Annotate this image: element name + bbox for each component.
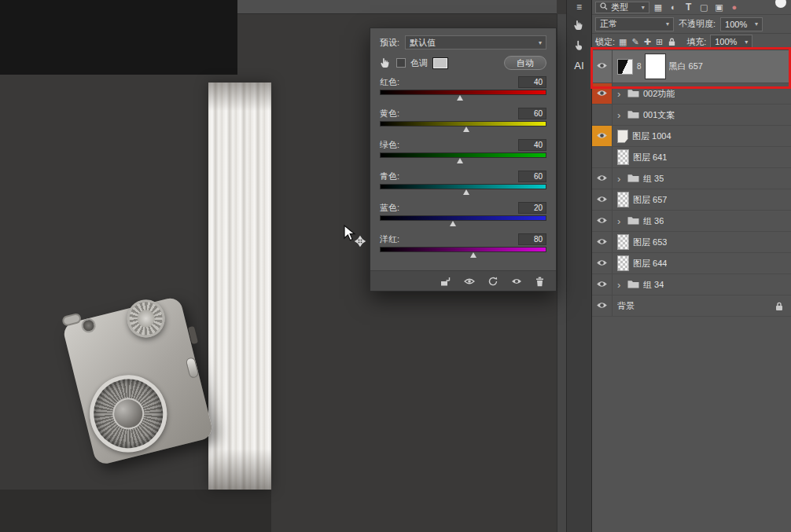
visibility-toggle[interactable]: [592, 211, 613, 231]
canvas-dark-region: [0, 0, 237, 75]
slider-gradient-bar: [380, 215, 546, 221]
clip-to-layer-icon[interactable]: [440, 275, 451, 287]
slider-label: 洋红:: [380, 233, 399, 245]
lock-transparency-icon[interactable]: ▦: [619, 37, 627, 47]
layer-row[interactable]: › 8 黑白 657: [592, 50, 791, 83]
filter-type-select[interactable]: 类型 ▾: [595, 2, 649, 13]
visibility-toggle[interactable]: [592, 147, 613, 167]
layer-row[interactable]: › 8 001文案: [592, 105, 791, 126]
layer-row[interactable]: › 8 002功能: [592, 83, 791, 105]
ai-panel-icon[interactable]: Al: [567, 55, 591, 75]
layer-row[interactable]: › 8 图层 653: [592, 232, 791, 253]
color-slider: 青色: 60: [380, 171, 546, 195]
layer-mask-thumbnail[interactable]: [646, 54, 665, 79]
adjustment-layer-thumbnail[interactable]: [617, 59, 633, 75]
adjustment-layer-filter-icon[interactable]: ◐: [667, 2, 679, 13]
visibility-toggle[interactable]: [592, 274, 613, 295]
view-previous-state-icon[interactable]: [463, 277, 476, 286]
layer-row[interactable]: › 8 组 36: [592, 211, 791, 232]
visibility-toggle[interactable]: [592, 83, 613, 104]
hand-tool-icon[interactable]: [567, 14, 591, 35]
layer-name: 001文案: [643, 109, 675, 121]
visibility-toggle[interactable]: [592, 232, 613, 252]
layer-row[interactable]: › 8 组 35: [592, 168, 791, 189]
group-expand-chevron[interactable]: ›: [617, 279, 624, 291]
dock-collapse-icon[interactable]: ≡: [567, 0, 591, 14]
layer-row[interactable]: › 8 图层 641: [592, 147, 791, 168]
layer-row[interactable]: › 8 图层 657: [592, 189, 791, 211]
black-white-adjustment-dialog: 预设: 默认值 ▾ 色调 自动 红色: 40 黄色: 60: [370, 28, 557, 292]
slider-handle[interactable]: [450, 221, 456, 226]
visibility-toggle[interactable]: [592, 50, 613, 83]
slider-value-input[interactable]: 80: [518, 233, 546, 245]
slider-handle[interactable]: [470, 252, 476, 258]
layer-thumbnail[interactable]: [617, 255, 629, 271]
reset-adjustment-icon[interactable]: [487, 276, 499, 287]
color-slider: 蓝色: 20: [380, 202, 546, 226]
layer-name: 组 36: [643, 215, 664, 227]
opacity-input[interactable]: 100% ▾: [720, 17, 763, 31]
group-expand-chevron[interactable]: ›: [617, 109, 624, 121]
chevron-down-icon: ▾: [666, 20, 669, 28]
lock-artboard-icon[interactable]: ⊞: [656, 37, 663, 47]
blend-mode-select[interactable]: 正常 ▾: [595, 17, 674, 31]
delete-adjustment-icon[interactable]: [535, 276, 545, 287]
layer-row[interactable]: › 8 图层 644: [592, 253, 791, 274]
folder-icon: [627, 110, 639, 120]
preset-select[interactable]: 默认值 ▾: [405, 35, 546, 50]
shape-layer-filter-icon[interactable]: ▢: [697, 2, 710, 13]
slider-gradient-bar: [380, 152, 546, 158]
scrubby-hand-icon[interactable]: [380, 57, 392, 70]
visibility-toggle[interactable]: [592, 295, 613, 316]
visibility-toggle[interactable]: [592, 253, 613, 273]
layer-thumbnail[interactable]: [617, 234, 629, 250]
layer-row[interactable]: › 8 组 34: [592, 274, 791, 295]
pixel-layer-filter-icon[interactable]: ▦: [652, 2, 664, 13]
camera-product-image[interactable]: [55, 285, 223, 474]
visibility-toggle[interactable]: [592, 105, 613, 125]
layer-thumbnail[interactable]: [617, 192, 629, 207]
document-top-bar: [237, 0, 557, 14]
smart-object-thumbnail[interactable]: [617, 130, 628, 143]
toggle-visibility-icon[interactable]: [510, 277, 523, 286]
visibility-toggle[interactable]: [592, 189, 613, 210]
bw-sliders: 红色: 40 黄色: 60 绿色: 40 青色: 60: [370, 76, 556, 258]
tint-color-swatch[interactable]: [432, 57, 448, 69]
folder-icon: [627, 280, 639, 290]
slider-label: 黄色:: [380, 108, 399, 119]
slider-handle[interactable]: [463, 189, 469, 195]
lock-all-icon[interactable]: [668, 37, 676, 46]
fill-input[interactable]: 100% ▾: [710, 35, 752, 49]
visibility-toggle[interactable]: [592, 126, 613, 146]
slider-value-input[interactable]: 40: [518, 139, 546, 151]
group-expand-chevron[interactable]: ›: [617, 88, 624, 100]
color-slider: 黄色: 60: [380, 108, 546, 132]
slider-handle[interactable]: [457, 95, 463, 101]
document-scrollbar[interactable]: [557, 14, 566, 532]
slider-handle[interactable]: [457, 158, 463, 163]
layer-row[interactable]: › 8 图层 1004: [592, 126, 791, 147]
color-slider: 绿色: 40: [380, 139, 546, 163]
lock-pixels-icon[interactable]: ✎: [631, 37, 638, 47]
slider-handle[interactable]: [463, 127, 469, 132]
layer-filter-toggle-icon[interactable]: ●: [728, 2, 741, 13]
smart-object-filter-icon[interactable]: ▣: [712, 2, 725, 13]
group-expand-chevron[interactable]: ›: [617, 173, 624, 185]
slider-value-input[interactable]: 60: [518, 108, 546, 119]
slider-value-input[interactable]: 20: [518, 202, 546, 214]
layer-row[interactable]: › 8 背景: [592, 295, 791, 317]
slider-value-input[interactable]: 60: [518, 171, 546, 182]
pointer-finger-icon[interactable]: [567, 35, 591, 55]
layer-lock-icon: [774, 301, 784, 311]
slider-value-input[interactable]: 40: [518, 76, 546, 88]
tint-checkbox[interactable]: [396, 58, 406, 68]
auto-button[interactable]: 自动: [504, 56, 546, 70]
preset-value: 默认值: [410, 37, 436, 49]
lock-position-icon[interactable]: ✚: [644, 37, 651, 47]
type-layer-filter-icon[interactable]: T: [682, 2, 695, 13]
canvas-bottom-shade: [0, 490, 271, 532]
layer-thumbnail[interactable]: [617, 149, 629, 165]
group-expand-chevron[interactable]: ›: [617, 215, 624, 227]
mask-link-icon: 8: [637, 62, 642, 71]
visibility-toggle[interactable]: [592, 168, 613, 189]
